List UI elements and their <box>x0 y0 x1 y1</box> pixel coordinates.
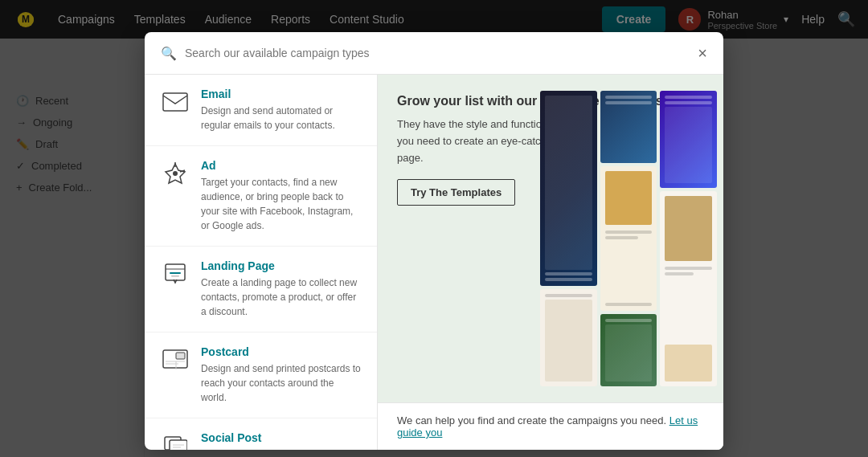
landing-page-type-name: Landing Page <box>201 259 361 272</box>
template-preview-5 <box>600 314 657 386</box>
collage-col-2 <box>600 91 657 386</box>
social-post-type-content: Social Post Share and track posts across… <box>201 431 361 450</box>
postcard-type-content: Postcard Design and send printed postcar… <box>201 345 361 405</box>
email-type-icon <box>161 88 190 116</box>
campaign-type-ad[interactable]: Ad Target your contacts, find a new audi… <box>145 146 377 247</box>
social-post-type-icon <box>161 431 190 450</box>
modal-search-bar: 🔍 × <box>145 32 723 75</box>
campaign-type-landing-page[interactable]: Landing Page Create a landing page to co… <box>145 247 377 333</box>
svg-rect-12 <box>176 353 185 359</box>
modal-body: Email Design and send automated or regul… <box>145 75 723 450</box>
modal-footer: We can help you find and create the camp… <box>378 402 723 450</box>
template-preview-2 <box>540 289 597 386</box>
ad-type-name: Ad <box>201 159 361 172</box>
email-type-name: Email <box>201 88 361 100</box>
footer-text: We can help you find and create the camp… <box>397 414 666 426</box>
campaign-type-social-post[interactable]: Social Post Share and track posts across… <box>145 418 377 450</box>
template-preview-4 <box>600 166 657 311</box>
email-type-desc: Design and send automated or regular ema… <box>201 104 361 133</box>
try-templates-button[interactable]: Try The Templates <box>397 179 515 206</box>
postcard-type-desc: Design and send printed postcards to rea… <box>201 361 361 405</box>
template-preview-6 <box>660 91 717 188</box>
modal-search-icon: 🔍 <box>161 46 177 61</box>
landing-page-type-desc: Create a landing page to collect new con… <box>201 275 361 319</box>
collage-col-3 <box>660 91 717 386</box>
modal-close-button[interactable]: × <box>698 45 707 61</box>
landing-page-type-icon <box>161 259 190 288</box>
template-collage <box>540 91 717 386</box>
campaign-type-postcard[interactable]: Postcard Design and send printed postcar… <box>145 333 377 418</box>
svg-rect-10 <box>171 275 179 277</box>
email-type-content: Email Design and send automated or regul… <box>201 88 361 133</box>
campaign-search-input[interactable] <box>185 47 690 59</box>
ad-type-desc: Target your contacts, find a new audienc… <box>201 175 361 233</box>
campaign-types-list: Email Design and send automated or regul… <box>145 75 378 450</box>
postcard-type-name: Postcard <box>201 345 361 358</box>
template-preview-3 <box>600 91 657 163</box>
postcard-type-icon <box>161 345 190 374</box>
landing-page-type-content: Landing Page Create a landing page to co… <box>201 259 361 319</box>
collage-col-1 <box>540 91 597 386</box>
create-campaign-modal: 🔍 × Email Design and send <box>145 32 723 450</box>
template-preview-7 <box>660 191 717 386</box>
ad-type-content: Ad Target your contacts, find a new audi… <box>201 159 361 233</box>
svg-point-4 <box>173 171 178 176</box>
svg-rect-3 <box>163 93 187 111</box>
svg-rect-9 <box>170 272 181 274</box>
modal-overlay: 🔍 × Email Design and send <box>0 0 868 457</box>
social-post-type-desc: Share and track posts across your social… <box>201 447 361 450</box>
campaign-type-email[interactable]: Email Design and send automated or regul… <box>145 75 377 146</box>
featured-panel: Grow your list with our new page templat… <box>378 75 723 450</box>
ad-type-icon <box>161 159 190 188</box>
featured-content: Grow your list with our new page templat… <box>378 75 723 402</box>
template-preview-1 <box>540 91 597 286</box>
social-post-type-name: Social Post <box>201 431 361 444</box>
